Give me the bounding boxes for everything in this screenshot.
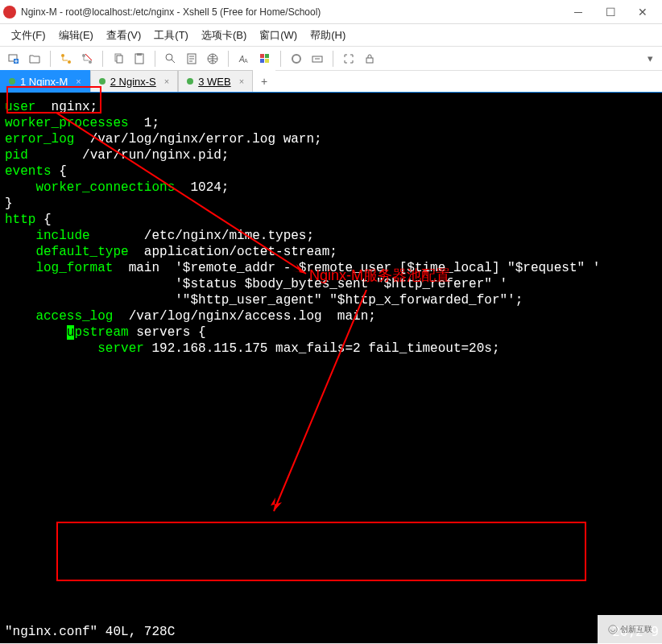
status-left: "nginx.conf" 40L, 728C [5, 624, 175, 640]
open-icon[interactable] [26, 50, 43, 68]
minimize-button[interactable]: ─ [562, 2, 594, 22]
paste-icon[interactable] [130, 50, 148, 68]
tab-nginx-m[interactable]: 1 Nginx-M × [0, 70, 90, 92]
svg-point-2 [61, 54, 64, 57]
svg-point-19 [292, 55, 300, 63]
new-session-icon[interactable] [5, 50, 23, 68]
svg-point-10 [166, 54, 172, 60]
properties-icon[interactable] [183, 50, 201, 68]
close-icon[interactable]: × [239, 76, 244, 86]
tab-web[interactable]: 3 WEB × [178, 70, 253, 92]
menu-tools[interactable]: 工具(T) [149, 26, 193, 45]
fullscreen-icon[interactable] [340, 50, 358, 68]
close-button[interactable]: ✕ [627, 2, 659, 22]
menu-help[interactable]: 帮助(H) [305, 26, 350, 45]
color-icon[interactable] [256, 50, 274, 68]
status-dot-icon [187, 78, 193, 85]
script-icon[interactable] [288, 50, 305, 68]
annotation-label: Nginx-M服务器池配置 [309, 266, 450, 285]
close-icon[interactable]: × [76, 76, 81, 86]
toolbar-overflow[interactable]: ▾ [643, 52, 657, 64]
svg-point-3 [68, 60, 71, 64]
font-icon[interactable]: AA [235, 50, 253, 68]
close-icon[interactable]: × [164, 76, 169, 86]
add-tab-button[interactable]: + [253, 70, 275, 92]
svg-rect-16 [265, 54, 269, 58]
svg-point-5 [89, 60, 92, 64]
window-title: Nginx-M - root@localhost:/etc/nginx - Xs… [21, 6, 562, 18]
disconnect-icon[interactable] [78, 50, 96, 68]
tab-label: 2 Nginx-S [110, 76, 156, 88]
status-dot-icon [9, 78, 15, 85]
tab-label: 3 WEB [198, 76, 230, 88]
find-icon[interactable] [162, 50, 180, 68]
svg-point-26 [609, 625, 618, 634]
menu-window[interactable]: 窗口(W) [254, 26, 302, 45]
reconnect-icon[interactable] [57, 50, 75, 68]
globe-icon[interactable] [204, 50, 221, 68]
menu-view[interactable]: 查看(V) [101, 26, 146, 45]
svg-rect-7 [117, 56, 122, 63]
copy-icon[interactable] [110, 50, 127, 68]
transfer-icon[interactable] [308, 50, 326, 68]
svg-rect-18 [265, 59, 269, 63]
terminal[interactable]: user nginx; worker_processes 1; error_lo… [0, 93, 662, 643]
menu-file[interactable]: 文件(F) [6, 26, 51, 45]
tab-nginx-s[interactable]: 2 Nginx-S × [90, 70, 179, 92]
menu-edit[interactable]: 编辑(E) [54, 26, 98, 45]
svg-rect-21 [366, 58, 373, 63]
svg-rect-17 [260, 59, 264, 63]
svg-rect-9 [137, 53, 142, 56]
tab-label: 1 Nginx-M [20, 76, 68, 88]
lock-icon[interactable] [361, 50, 379, 68]
svg-rect-15 [260, 54, 264, 58]
status-dot-icon [99, 78, 106, 85]
tabbar: 1 Nginx-M × 2 Nginx-S × 3 WEB × + [0, 71, 662, 93]
menubar: 文件(F) 编辑(E) 查看(V) 工具(T) 选项卡(B) 窗口(W) 帮助(… [0, 24, 662, 47]
watermark: 创新互联 [598, 615, 662, 644]
svg-point-4 [82, 54, 85, 57]
toolbar: AA ▾ [0, 47, 662, 71]
maximize-button[interactable]: ☐ [594, 2, 627, 22]
svg-text:A: A [244, 58, 248, 64]
app-icon [3, 6, 16, 19]
menu-tabs[interactable]: 选项卡(B) [197, 26, 251, 45]
titlebar: Nginx-M - root@localhost:/etc/nginx - Xs… [0, 0, 662, 24]
